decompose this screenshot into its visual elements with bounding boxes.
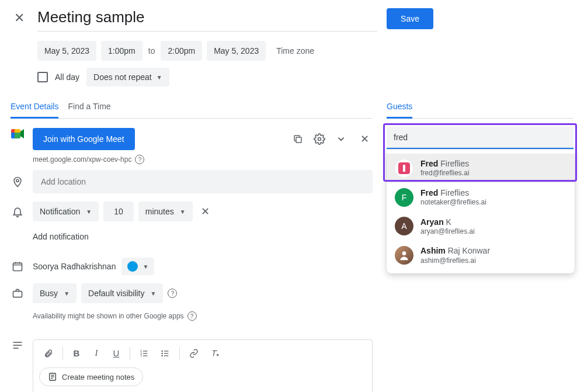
guest-suggestion[interactable]: FFred Firefliesnotetaker@fireflies.ai [387,183,575,212]
numbered-list-icon[interactable]: 123 [135,345,154,362]
suggestion-email: fred@fireflies.ai [420,169,470,178]
guest-search-input[interactable] [387,127,573,149]
notification-type-dropdown[interactable]: Notification▼ [33,202,99,221]
svg-point-3 [16,179,19,182]
help-icon[interactable]: ? [187,311,197,321]
svg-rect-4 [13,263,22,270]
timezone-link[interactable]: Time zone [270,46,314,55]
help-icon[interactable]: ? [135,155,144,164]
tab-event-details[interactable]: Event Details [11,102,58,119]
calendar-owner-name: Soorya Radhakrishnan [33,262,116,271]
location-input[interactable] [33,170,373,193]
svg-rect-5 [13,292,22,297]
svg-point-19 [162,353,162,353]
save-button[interactable]: Save [387,8,433,29]
meet-settings-icon[interactable] [314,133,325,145]
suggestion-name: Fred Fireflies [420,158,470,169]
attachment-icon[interactable] [39,345,58,362]
recurrence-dropdown[interactable]: Does not repeat▼ [86,68,169,86]
suggestion-email: notetaker@fireflies.ai [420,198,486,207]
availability-note: Availability might be shown in other Goo… [33,312,184,320]
suggestion-name: Fred Fireflies [420,188,486,198]
guest-suggestion[interactable]: AAryan Karyan@fireflies.ai [387,212,575,241]
suggestion-email: aryan@fireflies.ai [420,227,475,237]
close-icon[interactable]: ✕ [11,8,28,28]
suggestion-email: ashim@fireflies.ai [420,256,490,266]
remove-meet-icon[interactable]: ✕ [357,129,373,149]
avatar: F [395,188,413,207]
start-date-chip[interactable]: May 5, 2023 [37,41,96,61]
add-notification-button[interactable]: Add notification [33,230,89,249]
availability-dropdown[interactable]: Busy▼ [33,283,77,303]
create-meeting-notes-button[interactable]: Create meeting notes [39,367,143,386]
notification-unit-dropdown[interactable]: minutes▼ [138,202,193,221]
svg-point-20 [162,355,162,356]
visibility-dropdown[interactable]: Default visibility▼ [81,283,163,303]
guest-suggestions-dropdown: Fred Firefliesfred@fireflies.aiFFred Fir… [387,150,575,273]
avatar [395,159,413,178]
meet-icon [11,128,25,140]
chevron-down-icon[interactable] [336,134,346,144]
meet-link-text: meet.google.com/xpw-coev-hpc [33,155,131,164]
location-icon [11,176,25,188]
tab-guests[interactable]: Guests [387,102,412,119]
avatar [395,246,413,265]
bulleted-list-icon[interactable] [156,345,175,362]
notification-value-input[interactable]: 10 [103,202,134,221]
briefcase-icon [11,287,25,299]
all-day-checkbox[interactable] [37,72,48,82]
copy-link-icon[interactable] [293,134,303,144]
svg-text:3: 3 [140,354,142,357]
end-date-chip[interactable]: May 5, 2023 [207,41,266,61]
description-icon [11,339,25,351]
bell-icon [11,206,25,217]
join-meet-button[interactable]: Join with Google Meet [33,128,135,150]
end-time-chip[interactable]: 2:00pm [161,41,202,61]
link-icon[interactable] [185,345,203,362]
event-title[interactable]: Meeting sample [37,8,377,31]
guest-suggestion[interactable]: Fred Firefliesfred@fireflies.ai [387,154,575,183]
italic-icon[interactable]: I [88,345,105,362]
tab-find-time[interactable]: Find a Time [68,102,110,118]
bold-icon[interactable]: B [68,345,85,362]
calendar-color-dropdown[interactable]: ▼ [121,258,154,275]
all-day-label: All day [55,72,79,82]
to-label: to [147,46,157,55]
suggestion-name: Aryan K [420,217,475,227]
svg-point-2 [318,138,321,141]
remove-notification-icon[interactable]: ✕ [197,202,213,221]
suggestion-name: Ashim Raj Konwar [420,245,490,256]
guest-suggestion[interactable]: Ashim Raj Konwarashim@fireflies.ai [387,241,575,270]
avatar: A [395,217,413,235]
underline-icon[interactable]: U [107,345,125,362]
start-time-chip[interactable]: 1:00pm [101,41,142,61]
svg-point-18 [162,351,162,351]
calendar-icon [11,261,25,272]
clear-formatting-icon[interactable] [206,345,224,362]
help-icon[interactable]: ? [168,289,177,298]
svg-rect-1 [296,137,301,143]
svg-point-25 [402,252,406,256]
